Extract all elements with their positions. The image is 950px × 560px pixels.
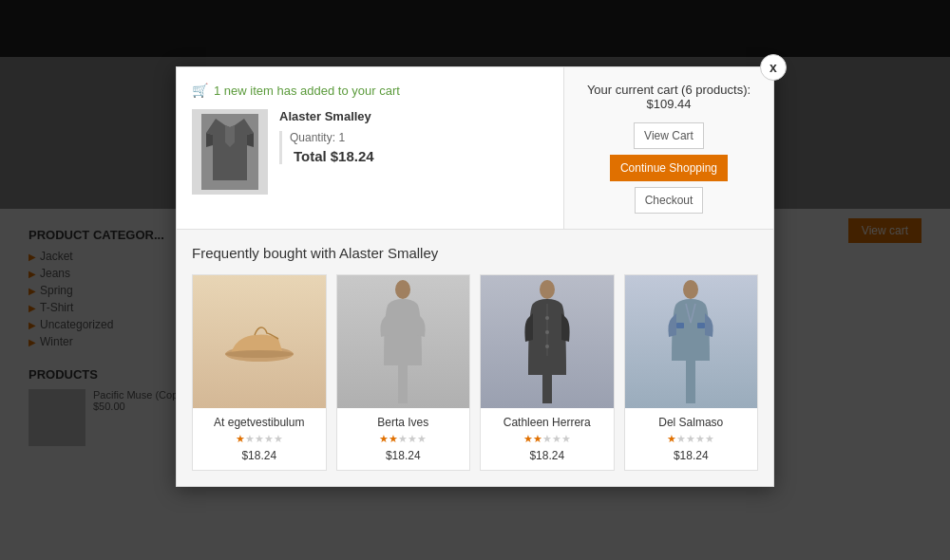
- checkout-button[interactable]: Checkout: [635, 187, 704, 214]
- frequently-bought-item-4[interactable]: Del Salmaso ★★★★★ $18.24: [624, 274, 759, 471]
- frequently-bought-section: Frequently bought with Alaster Smalley: [177, 230, 773, 486]
- modal-cart-summary-section: Your current cart (6 products): $109.44 …: [564, 67, 773, 229]
- product-card-name-3: Cathleen Herrera: [488, 416, 606, 429]
- cart-modal: x 🛒 1 new item has added to your cart: [176, 66, 774, 487]
- product-name: Alaster Smalley: [279, 109, 548, 123]
- frequently-bought-item-1[interactable]: At egetvestibulum ★★★★★ $18.24: [192, 274, 327, 471]
- frequently-bought-item-3[interactable]: Cathleen Herrera ★★★★★ $18.24: [480, 274, 615, 471]
- product-card-info-4: Del Salmaso ★★★★★ $18.24: [625, 408, 758, 470]
- product-card-price-4: $18.24: [633, 449, 750, 462]
- modal-top-section: 🛒 1 new item has added to your cart Alas…: [177, 67, 773, 230]
- star-rating-4: ★★★★★: [633, 433, 750, 445]
- view-cart-button[interactable]: View Cart: [634, 122, 704, 149]
- added-notice-text: 1 new item has added to your cart: [214, 84, 400, 98]
- product-total: Total$18.24: [290, 148, 548, 164]
- product-image-1: [193, 275, 326, 408]
- product-card-info-1: At egetvestibulum ★★★★★ $18.24: [193, 408, 326, 470]
- svg-point-8: [545, 345, 549, 348]
- frequently-bought-grid: At egetvestibulum ★★★★★ $18.24: [192, 274, 758, 471]
- product-meta: Quantity: 1 Total$18.24: [279, 131, 548, 164]
- svg-point-4: [540, 280, 555, 299]
- continue-shopping-button[interactable]: Continue Shopping: [610, 155, 728, 181]
- svg-point-9: [683, 280, 698, 299]
- product-image-4: [625, 275, 758, 408]
- frequently-bought-item-2[interactable]: Berta Ives ★★★★★ $18.24: [336, 274, 471, 471]
- svg-rect-11: [697, 323, 705, 328]
- star-rating-3: ★★★★★: [488, 433, 606, 445]
- product-card-name-4: Del Salmaso: [633, 416, 750, 429]
- product-details: Alaster Smalley Quantity: 1 Total$18.24: [279, 109, 548, 164]
- product-card-price-1: $18.24: [200, 449, 318, 462]
- product-card-name-2: Berta Ives: [345, 416, 463, 429]
- svg-point-2: [225, 350, 294, 358]
- product-image-3: [481, 275, 614, 408]
- svg-point-3: [395, 280, 410, 299]
- svg-point-6: [545, 316, 549, 320]
- svg-point-7: [545, 330, 549, 334]
- added-notice: 🛒 1 new item has added to your cart: [192, 83, 548, 98]
- star-rating-1: ★★★★★: [200, 433, 318, 445]
- product-card-name-1: At egetvestibulum: [200, 416, 318, 429]
- frequently-bought-title: Frequently bought with Alaster Smalley: [192, 245, 758, 261]
- star-rating-2: ★★★★★: [345, 433, 463, 445]
- product-quantity: Quantity: 1: [290, 131, 548, 144]
- product-row: Alaster Smalley Quantity: 1 Total$18.24: [192, 109, 548, 195]
- svg-rect-10: [676, 323, 684, 328]
- modal-buttons: View Cart Continue Shopping Checkout: [580, 122, 758, 214]
- product-card-info-3: Cathleen Herrera ★★★★★ $18.24: [481, 408, 614, 470]
- product-card-info-2: Berta Ives ★★★★★ $18.24: [337, 408, 470, 470]
- product-card-price-2: $18.24: [345, 449, 463, 462]
- close-button[interactable]: x: [760, 54, 787, 81]
- modal-product-section: 🛒 1 new item has added to your cart Alas…: [177, 67, 564, 229]
- product-image-2: [337, 275, 470, 408]
- product-image: [192, 109, 268, 195]
- cart-summary-text: Your current cart (6 products): $109.44: [580, 83, 758, 111]
- product-card-price-3: $18.24: [488, 449, 606, 462]
- cart-icon: 🛒: [192, 83, 208, 98]
